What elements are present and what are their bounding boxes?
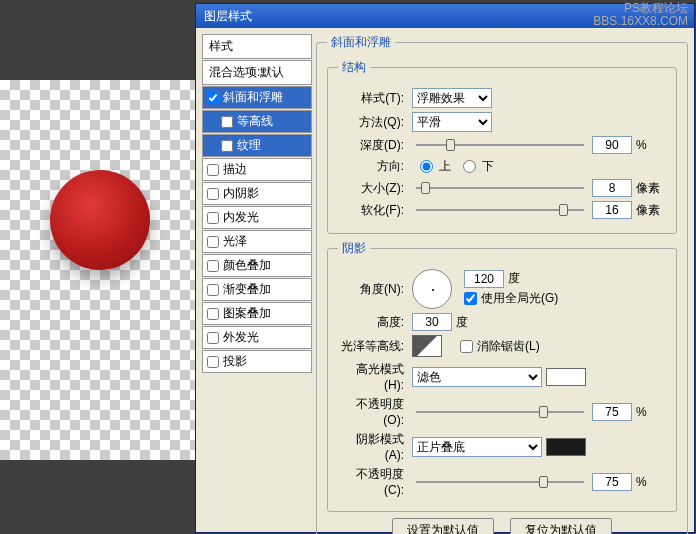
style-item-9[interactable]: 图案叠加 [202,302,312,325]
antialias-checkbox[interactable] [460,340,473,353]
highlight-opacity-slider[interactable] [416,403,584,421]
style-item-3[interactable]: 描边 [202,158,312,181]
style-label-4: 内阴影 [223,185,259,202]
structure-legend: 结构 [338,59,370,76]
style-checkbox-1[interactable] [221,116,233,128]
style-label-2: 纹理 [237,137,261,154]
depth-label: 深度(D): [338,137,408,154]
style-label-3: 描边 [223,161,247,178]
style-checkbox-4[interactable] [207,188,219,200]
size-label: 大小(Z): [338,180,408,197]
set-default-button[interactable]: 设置为默认值 [392,518,494,534]
shading-legend: 阴影 [338,240,370,257]
soften-slider[interactable] [416,201,584,219]
structure-group: 结构 样式(T): 浮雕效果 方法(Q): 平滑 深度(D): % [327,59,677,234]
highlight-color-swatch[interactable] [546,368,586,386]
direction-up-radio[interactable] [420,160,433,173]
style-checkbox-7[interactable] [207,260,219,272]
depth-slider[interactable] [416,136,584,154]
style-checkbox-3[interactable] [207,164,219,176]
reset-default-button[interactable]: 复位为默认值 [510,518,612,534]
style-item-5[interactable]: 内发光 [202,206,312,229]
watermark-line2: BBS.16XX8.COM [593,15,688,28]
size-unit: 像素 [636,180,666,197]
style-item-6[interactable]: 光泽 [202,230,312,253]
gloss-contour-label: 光泽等高线: [338,338,408,355]
altitude-label: 高度: [338,314,408,331]
style-checkbox-2[interactable] [221,140,233,152]
style-checkbox-5[interactable] [207,212,219,224]
style-label-11: 投影 [223,353,247,370]
style-label-8: 渐变叠加 [223,281,271,298]
style-select[interactable]: 浮雕效果 [412,88,492,108]
style-checkbox-0[interactable] [207,92,219,104]
global-light-checkbox[interactable] [464,292,477,305]
soften-unit: 像素 [636,202,666,219]
shadow-opacity-label: 不透明度(C): [338,466,408,497]
size-slider[interactable] [416,179,584,197]
angle-dial[interactable] [412,269,452,309]
antialias-label: 消除锯齿(L) [477,338,540,355]
style-item-10[interactable]: 外发光 [202,326,312,349]
style-item-7[interactable]: 颜色叠加 [202,254,312,277]
style-label-5: 内发光 [223,209,259,226]
style-item-2[interactable]: 纹理 [202,134,312,157]
style-label-6: 光泽 [223,233,247,250]
shadow-opacity-unit: % [636,475,666,489]
shadow-opacity-input[interactable] [592,473,632,491]
technique-select[interactable]: 平滑 [412,112,492,132]
styles-list: 样式 混合选项:默认 斜面和浮雕等高线纹理描边内阴影内发光光泽颜色叠加渐变叠加图… [202,34,312,534]
down-label: 下 [482,158,494,175]
style-checkbox-9[interactable] [207,308,219,320]
style-label-9: 图案叠加 [223,305,271,322]
style-item-4[interactable]: 内阴影 [202,182,312,205]
style-label-0: 斜面和浮雕 [223,89,283,106]
style-checkbox-10[interactable] [207,332,219,344]
depth-input[interactable] [592,136,632,154]
style-item-11[interactable]: 投影 [202,350,312,373]
angle-label: 角度(N): [338,281,408,298]
highlight-opacity-unit: % [636,405,666,419]
style-label-7: 颜色叠加 [223,257,271,274]
style-item-1[interactable]: 等高线 [202,110,312,133]
angle-input[interactable] [464,270,504,288]
soften-label: 软化(F): [338,202,408,219]
canvas-checker [0,80,195,460]
style-checkbox-11[interactable] [207,356,219,368]
shadow-mode-label: 阴影模式(A): [338,431,408,462]
depth-unit: % [636,138,666,152]
technique-label: 方法(Q): [338,114,408,131]
angle-unit: 度 [508,270,538,287]
highlight-opacity-input[interactable] [592,403,632,421]
bevel-emboss-section: 斜面和浮雕 结构 样式(T): 浮雕效果 方法(Q): 平滑 深度(D): [316,34,688,534]
layer-style-dialog: 图层样式 样式 混合选项:默认 斜面和浮雕等高线纹理描边内阴影内发光光泽颜色叠加… [195,3,695,533]
shadow-opacity-slider[interactable] [416,473,584,491]
global-light-label: 使用全局光(G) [481,290,558,307]
direction-label: 方向: [338,158,408,175]
shadow-color-swatch[interactable] [546,438,586,456]
direction-down-radio[interactable] [463,160,476,173]
gloss-contour-picker[interactable] [412,335,442,357]
up-label: 上 [439,158,451,175]
style-label: 样式(T): [338,90,408,107]
altitude-unit: 度 [456,314,486,331]
section-title: 斜面和浮雕 [327,34,395,51]
styles-header[interactable]: 样式 [202,34,312,59]
highlight-mode-select[interactable]: 滤色 [412,367,542,387]
highlight-mode-label: 高光模式(H): [338,361,408,392]
style-label-10: 外发光 [223,329,259,346]
blending-options-default[interactable]: 混合选项:默认 [202,60,312,85]
altitude-input[interactable] [412,313,452,331]
style-checkbox-8[interactable] [207,284,219,296]
style-item-0[interactable]: 斜面和浮雕 [202,86,312,109]
size-input[interactable] [592,179,632,197]
soften-input[interactable] [592,201,632,219]
highlight-opacity-label: 不透明度(O): [338,396,408,427]
style-item-8[interactable]: 渐变叠加 [202,278,312,301]
shadow-mode-select[interactable]: 正片叠底 [412,437,542,457]
shading-group: 阴影 角度(N): 度 使用全局光(G) [327,240,677,512]
style-label-1: 等高线 [237,113,273,130]
red-circle-layer [50,170,150,270]
style-checkbox-6[interactable] [207,236,219,248]
